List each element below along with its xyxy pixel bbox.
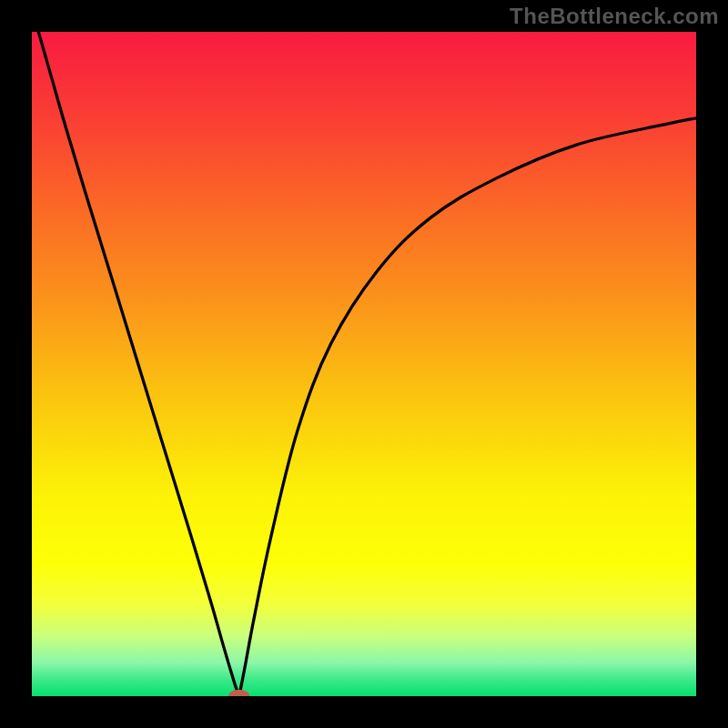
watermark-text: TheBottleneck.com xyxy=(510,4,719,29)
chart-svg xyxy=(32,32,696,696)
gradient-bg xyxy=(32,32,696,696)
chart-frame: TheBottleneck.com xyxy=(0,0,728,728)
plot-area xyxy=(32,32,696,696)
